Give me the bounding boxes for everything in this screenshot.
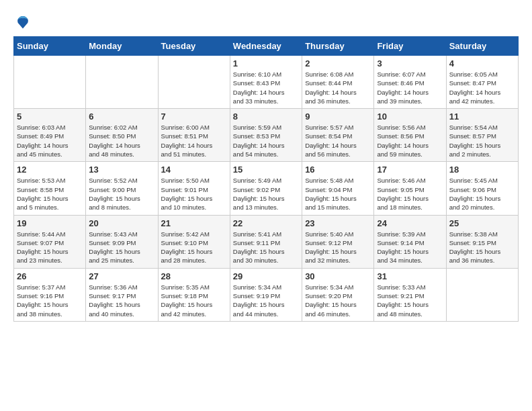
- day-number: 7: [161, 111, 227, 122]
- day-number: 16: [305, 165, 371, 175]
- day-info: Sunrise: 5:39 AMSunset: 9:14 PMDaylight:…: [377, 230, 443, 265]
- day-number: 11: [449, 111, 515, 122]
- day-number: 26: [17, 271, 83, 281]
- day-number: 31: [377, 271, 443, 281]
- day-number: 17: [377, 165, 443, 175]
- day-info: Sunrise: 5:59 AMSunset: 8:53 PMDaylight:…: [233, 123, 299, 158]
- calendar-cell: 18Sunrise: 5:45 AMSunset: 9:06 PMDayligh…: [446, 162, 518, 215]
- day-number: 13: [89, 165, 154, 175]
- calendar-cell: 6Sunrise: 6:02 AMSunset: 8:50 PMDaylight…: [86, 109, 158, 162]
- day-info: Sunrise: 5:53 AMSunset: 8:58 PMDaylight:…: [17, 176, 83, 212]
- day-info: Sunrise: 5:44 AMSunset: 9:07 PMDaylight:…: [17, 230, 83, 265]
- calendar-week-row: 19Sunrise: 5:44 AMSunset: 9:07 PMDayligh…: [14, 215, 519, 268]
- calendar-cell: 23Sunrise: 5:40 AMSunset: 9:12 PMDayligh…: [302, 215, 374, 268]
- day-info: Sunrise: 5:33 AMSunset: 9:21 PMDaylight:…: [377, 283, 443, 318]
- day-number: 15: [233, 165, 299, 175]
- day-number: 4: [449, 58, 515, 68]
- day-info: Sunrise: 5:45 AMSunset: 9:06 PMDaylight:…: [449, 176, 515, 212]
- day-info: Sunrise: 5:40 AMSunset: 9:12 PMDaylight:…: [305, 230, 371, 265]
- day-info: Sunrise: 6:03 AMSunset: 8:49 PMDaylight:…: [17, 123, 83, 158]
- day-info: Sunrise: 5:38 AMSunset: 9:15 PMDaylight:…: [449, 230, 515, 265]
- day-number: 12: [17, 165, 83, 175]
- day-info: Sunrise: 5:50 AMSunset: 9:01 PMDaylight:…: [161, 176, 227, 212]
- weekday-header: Monday: [86, 37, 158, 56]
- day-info: Sunrise: 6:07 AMSunset: 8:46 PMDaylight:…: [377, 70, 443, 105]
- logo-icon: [15, 13, 31, 30]
- weekday-header: Saturday: [446, 37, 518, 56]
- day-number: 9: [305, 111, 371, 122]
- day-number: 8: [233, 111, 299, 122]
- day-info: Sunrise: 5:52 AMSunset: 9:00 PMDaylight:…: [89, 176, 154, 212]
- day-info: Sunrise: 5:35 AMSunset: 9:18 PMDaylight:…: [161, 283, 227, 318]
- day-number: 1: [233, 58, 299, 68]
- calendar-cell: 26Sunrise: 5:37 AMSunset: 9:16 PMDayligh…: [14, 268, 86, 321]
- calendar-cell: 7Sunrise: 6:00 AMSunset: 8:51 PMDaylight…: [158, 109, 230, 162]
- day-number: 21: [161, 218, 227, 228]
- calendar-cell: 14Sunrise: 5:50 AMSunset: 9:01 PMDayligh…: [158, 162, 230, 215]
- calendar-cell: 29Sunrise: 5:34 AMSunset: 9:19 PMDayligh…: [230, 268, 302, 321]
- calendar-cell: 9Sunrise: 5:57 AMSunset: 8:54 PMDaylight…: [302, 109, 374, 162]
- day-info: Sunrise: 5:37 AMSunset: 9:16 PMDaylight:…: [17, 283, 83, 318]
- calendar-cell: [446, 268, 518, 321]
- logo: [13, 13, 31, 30]
- calendar-week-row: 1Sunrise: 6:10 AMSunset: 8:43 PMDaylight…: [14, 56, 519, 109]
- weekday-header: Thursday: [302, 37, 374, 56]
- calendar-table: SundayMondayTuesdayWednesdayThursdayFrid…: [13, 36, 519, 322]
- day-number: 3: [377, 58, 443, 68]
- weekday-header: Tuesday: [158, 37, 230, 56]
- day-info: Sunrise: 5:49 AMSunset: 9:02 PMDaylight:…: [233, 176, 299, 212]
- weekday-header: Friday: [374, 37, 446, 56]
- day-number: 10: [377, 111, 443, 122]
- calendar-week-row: 12Sunrise: 5:53 AMSunset: 8:58 PMDayligh…: [14, 162, 519, 215]
- day-info: Sunrise: 5:57 AMSunset: 8:54 PMDaylight:…: [305, 123, 371, 158]
- calendar-cell: 27Sunrise: 5:36 AMSunset: 9:17 PMDayligh…: [86, 268, 158, 321]
- calendar-cell: 10Sunrise: 5:56 AMSunset: 8:56 PMDayligh…: [374, 109, 446, 162]
- calendar-week-row: 5Sunrise: 6:03 AMSunset: 8:49 PMDaylight…: [14, 109, 519, 162]
- calendar-cell: 21Sunrise: 5:42 AMSunset: 9:10 PMDayligh…: [158, 215, 230, 268]
- day-number: 20: [89, 218, 154, 228]
- calendar-cell: 5Sunrise: 6:03 AMSunset: 8:49 PMDaylight…: [14, 109, 86, 162]
- calendar-cell: 30Sunrise: 5:34 AMSunset: 9:20 PMDayligh…: [302, 268, 374, 321]
- day-info: Sunrise: 6:10 AMSunset: 8:43 PMDaylight:…: [233, 70, 299, 105]
- calendar-cell: 3Sunrise: 6:07 AMSunset: 8:46 PMDaylight…: [374, 56, 446, 109]
- calendar-cell: 2Sunrise: 6:08 AMSunset: 8:44 PMDaylight…: [302, 56, 374, 109]
- calendar-cell: 11Sunrise: 5:54 AMSunset: 8:57 PMDayligh…: [446, 109, 518, 162]
- calendar-cell: 22Sunrise: 5:41 AMSunset: 9:11 PMDayligh…: [230, 215, 302, 268]
- calendar-cell: 15Sunrise: 5:49 AMSunset: 9:02 PMDayligh…: [230, 162, 302, 215]
- day-number: 29: [233, 271, 299, 281]
- day-info: Sunrise: 6:08 AMSunset: 8:44 PMDaylight:…: [305, 70, 371, 105]
- day-info: Sunrise: 6:00 AMSunset: 8:51 PMDaylight:…: [161, 123, 227, 158]
- calendar-cell: 17Sunrise: 5:46 AMSunset: 9:05 PMDayligh…: [374, 162, 446, 215]
- day-info: Sunrise: 5:56 AMSunset: 8:56 PMDaylight:…: [377, 123, 443, 158]
- day-number: 2: [305, 58, 371, 68]
- weekday-header: Wednesday: [230, 37, 302, 56]
- day-number: 22: [233, 218, 299, 228]
- day-info: Sunrise: 5:54 AMSunset: 8:57 PMDaylight:…: [449, 123, 515, 158]
- calendar-cell: 31Sunrise: 5:33 AMSunset: 9:21 PMDayligh…: [374, 268, 446, 321]
- calendar-cell: [86, 56, 158, 109]
- day-info: Sunrise: 5:34 AMSunset: 9:19 PMDaylight:…: [233, 283, 299, 318]
- calendar-cell: 1Sunrise: 6:10 AMSunset: 8:43 PMDaylight…: [230, 56, 302, 109]
- day-info: Sunrise: 6:05 AMSunset: 8:47 PMDaylight:…: [449, 70, 515, 105]
- day-number: 18: [449, 165, 515, 175]
- day-info: Sunrise: 5:36 AMSunset: 9:17 PMDaylight:…: [89, 283, 154, 318]
- day-info: Sunrise: 5:41 AMSunset: 9:11 PMDaylight:…: [233, 230, 299, 265]
- day-number: 27: [89, 271, 154, 281]
- day-number: 24: [377, 218, 443, 228]
- calendar-cell: [14, 56, 86, 109]
- calendar-cell: 24Sunrise: 5:39 AMSunset: 9:14 PMDayligh…: [374, 215, 446, 268]
- calendar-cell: 25Sunrise: 5:38 AMSunset: 9:15 PMDayligh…: [446, 215, 518, 268]
- day-number: 30: [305, 271, 371, 281]
- day-number: 5: [17, 111, 83, 122]
- calendar-cell: 19Sunrise: 5:44 AMSunset: 9:07 PMDayligh…: [14, 215, 86, 268]
- day-number: 23: [305, 218, 371, 228]
- day-number: 6: [89, 111, 154, 122]
- calendar-cell: 13Sunrise: 5:52 AMSunset: 9:00 PMDayligh…: [86, 162, 158, 215]
- day-info: Sunrise: 6:02 AMSunset: 8:50 PMDaylight:…: [89, 123, 154, 158]
- day-number: 25: [449, 218, 515, 228]
- calendar-header-row: SundayMondayTuesdayWednesdayThursdayFrid…: [14, 37, 519, 56]
- day-number: 28: [161, 271, 227, 281]
- calendar-cell: 20Sunrise: 5:43 AMSunset: 9:09 PMDayligh…: [86, 215, 158, 268]
- calendar-cell: 12Sunrise: 5:53 AMSunset: 8:58 PMDayligh…: [14, 162, 86, 215]
- calendar-week-row: 26Sunrise: 5:37 AMSunset: 9:16 PMDayligh…: [14, 268, 519, 321]
